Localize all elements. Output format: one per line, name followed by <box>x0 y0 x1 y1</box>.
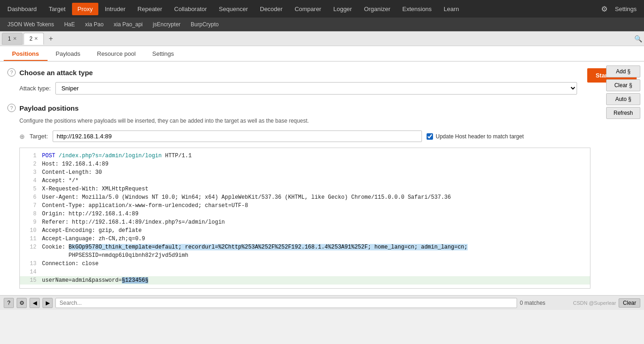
nav-item-decoder[interactable]: Decoder <box>254 3 288 15</box>
update-host-checkbox-group: Update Host header to match target <box>427 133 524 140</box>
extension-bar: JSON Web Tokens HaE xia Pao xia Pao_api … <box>0 18 644 31</box>
code-line-10: 10 Accept-Encoding: gzip, deflate <box>20 226 590 235</box>
attack-type-select[interactable]: Sniper Battering ram Pitchfork Cluster b… <box>55 82 577 95</box>
nav-item-intruder[interactable]: Intruder <box>99 3 131 15</box>
code-line-5: 5 X-Requested-With: XMLHttpRequest <box>20 185 590 193</box>
tab-2-close[interactable]: ✕ <box>34 36 38 41</box>
attack-type-title: Choose an attack type <box>19 69 93 77</box>
right-sidebar: Add § Clear § Auto § Refresh <box>602 62 644 123</box>
code-line-4: 4 Accept: */* <box>20 177 590 185</box>
tab-add-button[interactable]: + <box>45 34 56 44</box>
update-host-checkbox[interactable] <box>427 133 433 140</box>
code-line-11: 11 Accept-Language: zh-CN,zh;q=0.9 <box>20 235 590 243</box>
code-line-7: 7 Content-Type: application/x-www-form-u… <box>20 202 590 210</box>
nav-item-logger[interactable]: Logger <box>328 3 357 15</box>
match-count: 0 matches <box>520 300 545 306</box>
settings-label[interactable]: Settings <box>609 3 642 15</box>
bottom-bar: ? ⚙ ◀ ▶ 0 matches CSDN @Superlear Clear <box>0 295 644 310</box>
update-host-label: Update Host header to match target <box>436 133 524 140</box>
auto-section-button[interactable]: Auto § <box>606 93 640 105</box>
code-line-15: 15 userName=admin&password=§123456§ <box>20 276 590 285</box>
nav-item-extensions[interactable]: Extensions <box>397 3 438 15</box>
attack-type-row: Attack type: Sniper Battering ram Pitchf… <box>7 82 637 95</box>
payload-positions-section: ? Payload positions Configure the positi… <box>7 104 637 142</box>
sub-tab-positions[interactable]: Positions <box>4 47 48 61</box>
sub-tab-payloads[interactable]: Payloads <box>48 47 89 61</box>
nav-item-sequencer[interactable]: Sequencer <box>213 3 253 15</box>
refresh-button[interactable]: Refresh <box>606 107 640 119</box>
tab-2[interactable]: 2 ✕ <box>24 33 44 45</box>
sub-tab-resource-pool[interactable]: Resource pool <box>89 47 144 61</box>
forward-button[interactable]: ▶ <box>42 298 53 308</box>
clear-button-bottom[interactable]: Clear <box>619 298 640 308</box>
tab-search-icon[interactable]: 🔍 <box>634 35 642 42</box>
ext-json-web-tokens[interactable]: JSON Web Tokens <box>3 19 59 30</box>
bottom-right-area: CSDN @Superlear Clear <box>573 298 640 308</box>
bottom-search-input[interactable] <box>55 298 517 308</box>
nav-item-repeater[interactable]: Repeater <box>132 3 168 15</box>
ext-xia-pao-api[interactable]: xia Pao_api <box>109 19 147 30</box>
tab-1-close[interactable]: ✕ <box>13 36 17 41</box>
nav-item-dashboard[interactable]: Dashboard <box>2 3 42 15</box>
ext-xia-pao[interactable]: xia Pao <box>80 19 108 30</box>
nav-item-collaborator[interactable]: Collaborator <box>169 3 212 15</box>
code-line-9: 9 Referer: http://192.168.1.4:89/index.p… <box>20 218 590 226</box>
tab-bar: 1 ✕ 2 ✕ + 🔍 <box>0 31 644 46</box>
help-icon-bottom[interactable]: ? <box>4 298 14 308</box>
payload-positions-title: Payload positions <box>19 104 78 112</box>
nav-item-target[interactable]: Target <box>43 3 71 15</box>
code-editor[interactable]: 1 POST /index.php?s=/admin/login/login H… <box>19 148 590 289</box>
watermark-text: CSDN @Superlear <box>573 300 616 306</box>
settings-icon-bottom[interactable]: ⚙ <box>17 298 27 308</box>
attack-type-label: Attack type: <box>19 85 51 92</box>
code-line-6: 6 User-Agent: Mozilla/5.0 (Windows NT 10… <box>20 193 590 202</box>
clear-section-button[interactable]: Clear § <box>606 79 640 91</box>
code-line-3: 3 Content-Length: 30 <box>20 168 590 177</box>
nav-item-organizer[interactable]: Organizer <box>358 3 396 15</box>
attack-type-help-icon[interactable]: ? <box>7 68 16 77</box>
main-content: Start attack ? Choose an attack type Att… <box>0 62 644 295</box>
settings-area: ⚙ Settings <box>601 3 642 15</box>
ext-burpcrypto[interactable]: BurpCrypto <box>186 19 223 30</box>
code-line-8: 8 Origin: http://192.168.1.4:89 <box>20 210 590 218</box>
target-row: ⊕ Target: Update Host header to match ta… <box>7 130 637 142</box>
payload-positions-help-icon[interactable]: ? <box>7 104 16 112</box>
code-line-2: 2 Host: 192.168.1.4:89 <box>20 160 590 168</box>
code-line-14: 14 <box>20 268 590 276</box>
target-label: Target: <box>30 133 48 140</box>
code-line-1: 1 POST /index.php?s=/admin/login/login H… <box>20 152 590 160</box>
top-navigation: Dashboard Target Proxy Intruder Repeater… <box>0 0 644 18</box>
payload-positions-header: ? Payload positions <box>7 104 637 112</box>
tab-1[interactable]: 1 ✕ <box>2 33 23 45</box>
nav-item-comparer[interactable]: Comparer <box>289 3 327 15</box>
tab-2-label: 2 <box>30 36 33 42</box>
sub-tab-settings[interactable]: Settings <box>144 47 182 61</box>
nav-item-proxy[interactable]: Proxy <box>72 3 98 15</box>
nav-item-learn[interactable]: Learn <box>438 3 464 15</box>
target-input[interactable] <box>53 130 422 142</box>
payload-positions-desc: Configure the positions where payloads w… <box>7 118 637 124</box>
target-icon: ⊕ <box>19 133 25 140</box>
code-line-13: 13 Connection: close <box>20 260 590 268</box>
sub-tab-bar: Positions Payloads Resource pool Setting… <box>0 46 644 62</box>
tab-1-label: 1 <box>8 36 11 42</box>
ext-jsencrypter[interactable]: jsEncrypter <box>148 19 185 30</box>
add-section-button[interactable]: Add § <box>606 65 640 77</box>
code-line-12: 12 Cookie: BkGOp9578O_think_template=def… <box>20 243 590 260</box>
ext-hae[interactable]: HaE <box>60 19 79 30</box>
back-button[interactable]: ◀ <box>30 298 40 308</box>
attack-type-header: ? Choose an attack type <box>7 68 637 77</box>
settings-icon[interactable]: ⚙ <box>601 5 608 13</box>
